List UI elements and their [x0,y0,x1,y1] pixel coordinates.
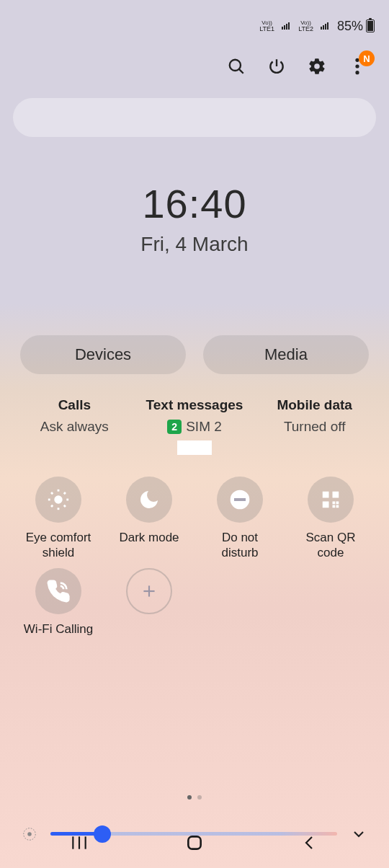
battery-indicator: 85% [337,19,375,34]
clock-date: Fri, 4 March [0,233,389,256]
tile-dnd[interactable]: Do notdisturb [194,477,285,561]
svg-line-12 [51,505,53,507]
quick-tiles-grid: Eye comfortshield Dark mode Do notdistur… [0,477,389,637]
nav-back[interactable] [295,828,324,857]
sim-data-title: Mobile data [254,397,375,413]
svg-line-11 [64,505,66,507]
sim-calls-value: Ask always [40,419,109,435]
redacted-strip [177,440,212,455]
quick-panel-actions: N [0,43,389,84]
sim-data[interactable]: Mobile data Turned off [254,397,375,455]
signal-bars-2 [321,22,328,30]
svg-point-4 [355,71,359,74]
svg-point-3 [355,64,359,68]
svg-rect-20 [336,502,339,505]
svg-rect-17 [333,492,339,498]
svg-line-10 [51,492,53,494]
page-dot-active [187,795,192,800]
dnd-icon [217,477,263,523]
battery-percent: 85% [337,19,363,34]
svg-rect-30 [188,836,200,849]
nav-home[interactable] [180,828,209,857]
tile-add[interactable] [104,568,194,637]
svg-line-1 [239,69,243,74]
sim1-indicator: Vo)) LTE1 [259,19,274,32]
page-indicator[interactable] [0,795,389,800]
sun-icon [35,477,81,523]
sim2-indicator: Vo)) LTE2 [298,19,313,32]
tile-label: Do notdisturb [221,530,258,561]
svg-rect-16 [323,492,329,498]
sim-calls-title: Calls [14,397,135,413]
chip-row: Devices Media [0,335,389,374]
sim-data-value: Turned off [284,419,346,435]
tile-label: Dark mode [119,530,179,545]
svg-point-5 [54,495,62,503]
notification-badge: N [359,50,375,66]
signal-bars-1 [282,22,290,30]
add-icon [126,568,172,614]
search-bar[interactable] [13,98,376,137]
search-icon[interactable] [226,56,246,76]
sim2-badge: 2 [167,420,182,434]
devices-label: Devices [75,345,131,364]
nav-recents[interactable] [65,828,94,857]
sim-texts-label: SIM 2 [186,419,222,435]
devices-chip[interactable]: Devices [20,335,186,374]
svg-point-0 [230,60,241,71]
tile-wifi-calling[interactable]: Wi-Fi Calling [13,568,104,637]
sim-texts[interactable]: Text messages 2 SIM 2 [135,397,255,455]
tile-qr[interactable]: Scan QRcode [285,477,376,561]
tile-label: Wi-Fi Calling [24,621,93,637]
svg-rect-21 [333,505,336,508]
status-bar: Vo)) LTE1 Vo)) LTE2 85% [0,0,389,43]
tile-eye-comfort[interactable]: Eye comfortshield [13,477,104,561]
qr-icon [308,477,354,523]
sim-texts-value: 2 SIM 2 [167,419,222,435]
svg-rect-22 [336,505,339,508]
sim-settings-row: Calls Ask always Text messages 2 SIM 2 M… [0,397,389,455]
battery-icon [366,19,375,32]
moon-icon [126,477,172,523]
svg-line-13 [64,492,66,494]
media-chip[interactable]: Media [203,335,369,374]
sim-calls[interactable]: Calls Ask always [14,397,135,455]
nav-bar [0,818,389,868]
media-label: Media [264,345,308,364]
power-icon[interactable] [267,56,287,76]
more-options-icon[interactable]: N [347,56,367,76]
sim-texts-title: Text messages [135,397,255,413]
settings-gear-icon[interactable] [307,56,327,76]
clock-time: 16:40 [0,180,389,227]
svg-rect-18 [323,502,329,508]
svg-rect-19 [333,502,336,505]
tile-dark-mode[interactable]: Dark mode [104,477,194,561]
tile-label: Eye comfortshield [26,530,91,561]
clock: 16:40 Fri, 4 March [0,180,389,256]
tile-label: Scan QRcode [306,530,356,561]
svg-rect-15 [234,498,246,501]
page-dot [197,795,202,800]
wifi-call-icon [35,568,81,614]
